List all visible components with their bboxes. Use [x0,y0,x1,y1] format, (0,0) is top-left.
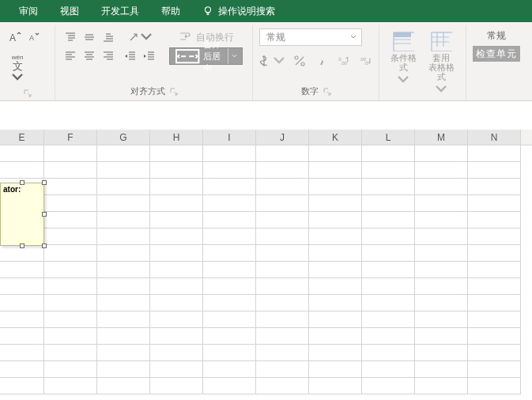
cell[interactable] [468,278,521,295]
cell[interactable] [362,262,415,278]
cell[interactable] [203,212,256,228]
cell[interactable] [150,145,203,162]
cell[interactable] [97,162,150,179]
cell[interactable] [44,162,97,179]
cell[interactable] [44,179,97,195]
accounting-format-button[interactable] [259,52,286,70]
cell[interactable] [415,145,468,162]
cell[interactable] [203,179,256,195]
cell[interactable] [44,345,97,361]
cell[interactable] [468,162,521,179]
cell[interactable] [415,262,468,278]
cell[interactable] [362,278,415,295]
cell[interactable] [0,145,44,162]
cell[interactable] [150,328,203,345]
cell[interactable] [415,295,468,311]
cell[interactable] [256,212,309,228]
cell[interactable] [44,212,97,228]
cell[interactable] [44,195,97,212]
cell[interactable] [150,361,203,378]
cell[interactable] [44,245,97,262]
column-header[interactable]: K [309,130,362,145]
cell[interactable] [150,262,203,278]
cell[interactable] [97,262,150,278]
align-right-button[interactable] [100,47,117,65]
column-header[interactable]: J [256,130,309,145]
cell[interactable] [150,162,203,179]
cell[interactable] [362,295,415,311]
cell[interactable] [256,328,309,345]
cell[interactable] [256,311,309,328]
cell[interactable] [256,295,309,311]
orientation-button[interactable] [122,28,158,46]
cell[interactable] [203,328,256,345]
cell[interactable] [150,212,203,228]
cell[interactable] [468,145,521,162]
cell[interactable] [415,245,468,262]
cell[interactable] [44,378,97,394]
cell[interactable] [44,145,97,162]
cell[interactable] [256,378,309,394]
cell[interactable] [97,361,150,378]
cell-comment[interactable]: ator: [0,183,44,246]
increase-font-button[interactable]: A [6,28,24,46]
cell[interactable] [150,228,203,245]
cell[interactable] [203,345,256,361]
cell[interactable] [415,278,468,295]
cell[interactable] [44,328,97,345]
menu-view[interactable]: 视图 [49,0,90,22]
column-header[interactable]: M [415,130,468,145]
cell[interactable] [203,278,256,295]
cell[interactable] [97,228,150,245]
cell[interactable] [97,212,150,228]
cell[interactable] [309,311,362,328]
menu-help[interactable]: 帮助 [150,0,191,22]
cell[interactable] [97,195,150,212]
cell[interactable] [256,228,309,245]
cell[interactable] [44,361,97,378]
cell[interactable] [44,262,97,278]
cell[interactable] [44,228,97,245]
cell[interactable] [203,295,256,311]
cell[interactable] [0,378,44,394]
dialog-launcher-icon[interactable] [170,88,178,96]
cell[interactable] [150,278,203,295]
cell[interactable] [309,345,362,361]
cell[interactable] [362,162,415,179]
cell[interactable] [468,361,521,378]
cell[interactable] [362,212,415,228]
cell[interactable] [0,361,44,378]
cell[interactable] [203,195,256,212]
menu-devtools[interactable]: 开发工具 [90,0,150,22]
cell[interactable] [309,361,362,378]
cell[interactable] [44,311,97,328]
cell[interactable] [0,162,44,179]
cell[interactable] [256,345,309,361]
increase-indent-button[interactable] [141,47,158,65]
cell[interactable] [362,145,415,162]
cell[interactable] [97,311,150,328]
cell[interactable] [203,311,256,328]
merge-dropdown[interactable] [228,48,237,64]
cell[interactable] [256,278,309,295]
cell[interactable] [468,295,521,311]
cell[interactable] [309,145,362,162]
cell[interactable] [256,245,309,262]
cell[interactable] [362,195,415,212]
menu-review[interactable]: 审阅 [8,0,49,22]
cell[interactable] [97,278,150,295]
resize-handle[interactable] [20,243,25,248]
cell[interactable] [362,179,415,195]
comma-format-button[interactable] [313,52,330,70]
cell[interactable] [0,345,44,361]
cell[interactable] [97,179,150,195]
cell[interactable] [415,162,468,179]
cell[interactable] [415,378,468,394]
cell[interactable] [203,145,256,162]
phonetic-guide-button[interactable]: wén 文 [6,54,28,85]
cell[interactable] [468,245,521,262]
cell[interactable] [362,328,415,345]
cell[interactable] [362,245,415,262]
conditional-format-button[interactable]: 条件格式 [386,28,421,87]
cell-style-normal[interactable]: 常规 [473,28,520,43]
